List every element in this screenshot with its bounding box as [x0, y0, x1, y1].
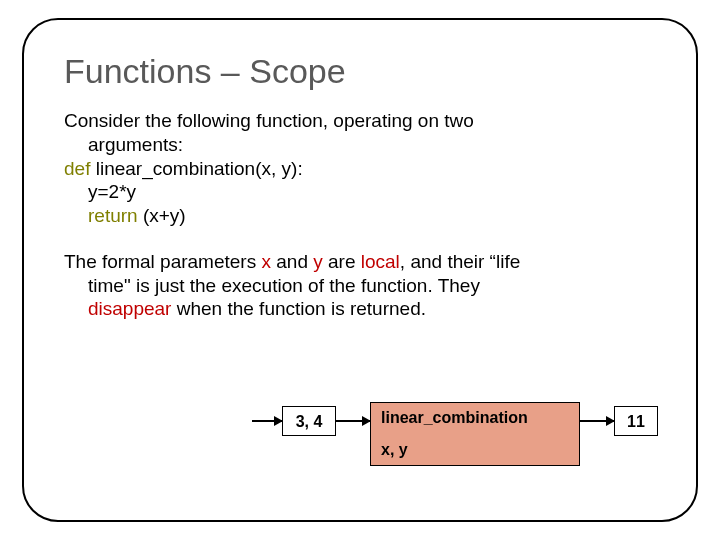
- slide-title: Functions – Scope: [64, 52, 656, 91]
- arrow-icon: [580, 420, 614, 422]
- code-line: def linear_combination(x, y):: [64, 157, 656, 181]
- function-name-label: linear_combination: [381, 409, 569, 427]
- text: are: [323, 251, 361, 272]
- text-line: arguments:: [64, 133, 656, 157]
- code-line: return (x+y): [64, 204, 656, 228]
- text-line: The formal parameters x and y are local,…: [64, 250, 656, 274]
- word-disappear: disappear: [88, 298, 171, 319]
- var-x: x: [261, 251, 271, 272]
- params-label: x, y: [381, 441, 569, 459]
- paragraph-2: The formal parameters x and y are local,…: [64, 250, 656, 321]
- paragraph-1: Consider the following function, operati…: [64, 109, 656, 228]
- text: when the function is returned.: [171, 298, 426, 319]
- text: and: [271, 251, 313, 272]
- keyword-def: def: [64, 158, 90, 179]
- code-line: y=2*y: [64, 180, 656, 204]
- text-line: disappear when the function is returned.: [64, 297, 656, 321]
- slide-frame: Functions – Scope Consider the following…: [22, 18, 698, 522]
- output-box: 11: [614, 406, 658, 436]
- text-line: time" is just the execution of the funct…: [64, 274, 656, 298]
- input-box: 3, 4: [282, 406, 336, 436]
- text-line: Consider the following function, operati…: [64, 109, 656, 133]
- arrow-icon: [336, 420, 370, 422]
- text: The formal parameters: [64, 251, 261, 272]
- function-signature: linear_combination(x, y):: [90, 158, 302, 179]
- function-box: linear_combination x, y: [370, 402, 580, 466]
- text: , and their “life: [400, 251, 520, 272]
- var-y: y: [313, 251, 323, 272]
- return-expr: (x+y): [138, 205, 186, 226]
- word-local: local: [361, 251, 400, 272]
- arrow-icon: [252, 420, 282, 422]
- function-diagram: 3, 4 linear_combination x, y 11: [24, 402, 696, 492]
- keyword-return: return: [88, 205, 138, 226]
